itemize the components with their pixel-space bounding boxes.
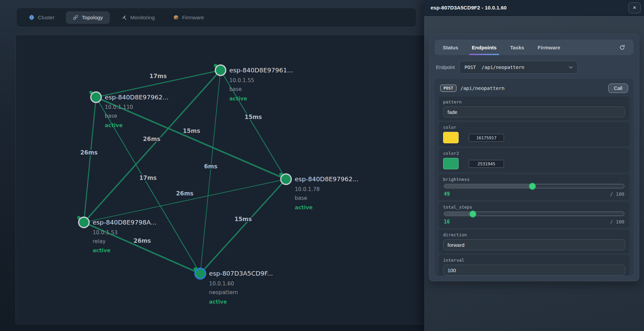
endpoint-selector-row: Endpoint POST /api/neopattern	[436, 61, 632, 74]
topology-node[interactable]: esp-807D3A5CD9F...10.0.1.60neopatternact…	[193, 267, 273, 305]
panel-tabstrip: Status Endpoints Tasks Firmware	[435, 40, 634, 55]
direction-input[interactable]: forward	[443, 239, 625, 250]
satellite-icon	[121, 15, 127, 20]
edge-latency-label: 26ms	[80, 149, 97, 156]
slider-thumb[interactable]	[469, 210, 477, 217]
node-name: esp-840D8E97961...	[229, 67, 293, 74]
refresh-icon[interactable]	[619, 40, 625, 55]
node-ip: 10.0.1.55	[229, 77, 254, 84]
edge-latency-label: 15ms	[234, 216, 252, 222]
close-icon[interactable]: ×	[628, 2, 641, 13]
edge-latency-label: 26ms	[143, 136, 160, 142]
pattern-input[interactable]: fade	[443, 107, 625, 117]
edge-latency-label: 17ms	[150, 73, 167, 79]
call-button[interactable]: Call	[608, 84, 628, 93]
node-name: esp-840D8E97962...	[295, 175, 358, 183]
color-swatch[interactable]	[443, 132, 459, 143]
nav-tab-label: Firmware	[182, 15, 204, 21]
topology-edge	[200, 70, 221, 274]
main-area: Cluster Topology Monitoring	[0, 0, 424, 331]
topology-node[interactable]: esp-840D8E97962...10.0.1.78baseactive	[279, 173, 359, 211]
tab-status[interactable]: Status	[443, 40, 458, 55]
topology-edge	[200, 179, 286, 274]
field-label: brightness	[443, 177, 625, 182]
edge-latency-label: 15ms	[183, 127, 200, 134]
nav-tab-topology[interactable]: Topology	[66, 11, 110, 24]
topology-edge	[84, 179, 286, 222]
tab-firmware[interactable]: Firmware	[538, 40, 560, 55]
slider-value: 49	[444, 191, 450, 197]
nav-tab-cluster[interactable]: Cluster	[22, 11, 61, 24]
edge-latency-label: 15ms	[245, 114, 262, 120]
field-interval: interval 100	[439, 255, 629, 276]
node-ip: 10.0.1.110	[105, 104, 133, 110]
slider-meta: 49 / 100	[443, 191, 625, 197]
topology-canvas[interactable]: 17ms15ms15ms26ms26ms6ms17ms26ms15ms26mse…	[16, 35, 425, 324]
node-role: base	[229, 86, 242, 92]
endpoint-body: POST /api/neopattern Call pattern fade c…	[435, 79, 634, 276]
node-status: active	[209, 299, 227, 305]
package-icon	[173, 15, 179, 20]
slider-thumb[interactable]	[529, 183, 536, 190]
link-icon	[73, 15, 78, 20]
nav-tab-firmware[interactable]: Firmware	[166, 11, 211, 24]
brightness-slider[interactable]	[444, 184, 624, 188]
node-status: active	[105, 122, 123, 128]
edge-latency-label: 6ms	[204, 163, 217, 170]
color-value[interactable]: 16175917	[469, 134, 504, 142]
field-label: direction	[443, 232, 625, 237]
node-ip: 10.0.1.53	[93, 230, 118, 236]
field-label: pattern	[443, 99, 625, 104]
node-name: esp-840D8E9798A...	[93, 219, 157, 226]
chevron-down-icon	[569, 66, 573, 69]
slider-value: 16	[444, 219, 450, 225]
nav-tab-label: Cluster	[38, 15, 54, 21]
total-steps-slider[interactable]	[444, 212, 624, 216]
panel-title: esp-807D3A5CD9F2 - 10.0.1.60	[431, 5, 507, 11]
node-status: active	[295, 205, 313, 211]
field-direction: direction forward	[439, 230, 629, 253]
field-total-steps: total_steps 16 / 100	[439, 202, 629, 228]
field-label: total_steps	[443, 205, 625, 210]
node-name: esp-840D8E97962...	[105, 94, 168, 101]
node-role: relay	[93, 238, 106, 244]
topology-edge	[84, 70, 221, 222]
endpoint-selector-label: Endpoint	[436, 65, 455, 70]
endpoint-select[interactable]: POST /api/neopattern	[459, 61, 578, 74]
slider-fill	[444, 185, 533, 188]
endpoint-path: /api/neopattern	[460, 86, 505, 91]
topology-node[interactable]: esp-840D8E9798A...10.0.1.53relayactive	[77, 216, 157, 254]
node-role: base	[295, 195, 307, 201]
field-color2: color2 2531945	[439, 148, 629, 172]
topology-graph: 17ms15ms15ms26ms26ms6ms17ms26ms15ms26mse…	[16, 35, 425, 324]
node-role: neopattern	[209, 289, 238, 295]
slider-meta: 16 / 100	[443, 219, 625, 225]
edge-latency-label: 26ms	[176, 190, 193, 197]
field-color: color 16175917	[439, 122, 629, 146]
node-status: active	[229, 96, 247, 102]
node-name: esp-807D3A5CD9F...	[209, 270, 273, 277]
node-status: active	[93, 247, 111, 254]
color-row: 2531945	[443, 158, 625, 169]
color2-value[interactable]: 2531945	[469, 160, 504, 168]
topology-edge	[84, 97, 96, 222]
edge-latency-label: 17ms	[139, 174, 157, 181]
field-label: color2	[443, 151, 625, 156]
color2-swatch[interactable]	[443, 158, 459, 169]
endpoint-select-value: POST /api/neopattern	[464, 65, 524, 70]
tab-endpoints[interactable]: Endpoints	[472, 40, 497, 55]
field-label: interval	[443, 258, 625, 263]
nav-tab-monitoring[interactable]: Monitoring	[114, 11, 161, 24]
node-role: base	[105, 113, 117, 119]
topology-node[interactable]: esp-840D8E97961...10.0.1.55baseactive	[214, 64, 293, 102]
tab-tasks[interactable]: Tasks	[510, 40, 524, 55]
node-ip: 10.0.1.78	[295, 186, 320, 192]
color-row: 16175917	[443, 132, 625, 143]
edge-latency-label: 26ms	[134, 237, 151, 244]
panel-header: esp-807D3A5CD9F2 - 10.0.1.60 ×	[424, 0, 644, 16]
interval-input[interactable]: 100	[443, 265, 625, 276]
nav-tab-label: Topology	[82, 15, 103, 21]
endpoint-header-row: POST /api/neopattern Call	[439, 83, 629, 95]
field-label: color	[443, 125, 625, 130]
slider-max: / 100	[610, 191, 624, 197]
